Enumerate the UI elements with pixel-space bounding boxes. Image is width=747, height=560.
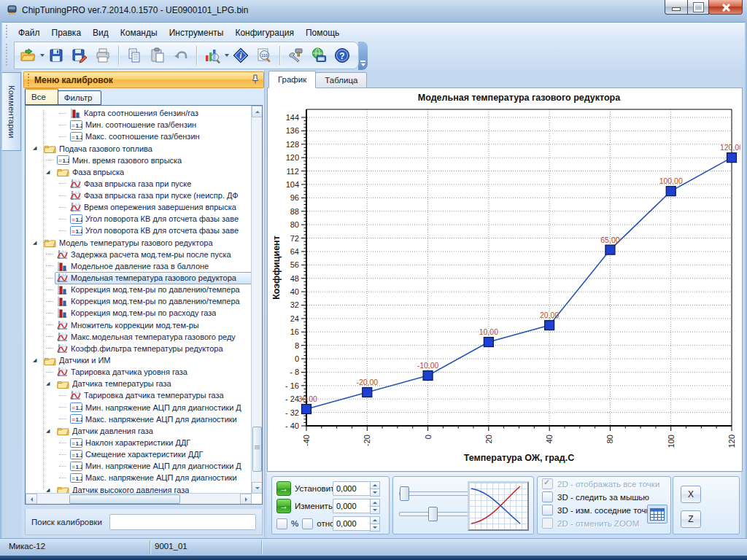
tab-filter[interactable]: Фильтр <box>58 90 102 105</box>
tree-item-32[interactable]: ◢Датчик высокого давления газа <box>26 484 252 494</box>
set-to-spinner[interactable] <box>370 481 380 496</box>
tree-expand-icon[interactable]: ◢ <box>33 240 40 246</box>
tree-item-13[interactable]: Модельное давление газа в баллоне <box>26 260 252 272</box>
tree-item-20[interactable]: Коэфф.фильтра температуры редуктора <box>26 343 252 354</box>
relative-spinner[interactable] <box>370 516 380 531</box>
tree-horizontal-scrollbar[interactable] <box>26 493 252 504</box>
menu-item-6[interactable]: Помощь <box>300 26 345 40</box>
apply-set-button[interactable]: → <box>276 481 291 496</box>
comments-side-tab[interactable]: Комментарии <box>2 72 21 151</box>
tree-item-10[interactable]: =1.2Угол поворота КВ для отсчета фазы за… <box>26 225 252 236</box>
tree-item-30[interactable]: =1.2Мин. напряжение АЦП для диагностики … <box>26 460 252 472</box>
toolbar-grip[interactable] <box>5 44 9 67</box>
option-checkbox-2[interactable] <box>542 505 553 516</box>
tree-item-2[interactable]: =1.2Макс. соотношение газ/бензин <box>26 131 252 142</box>
tree-item-24[interactable]: Тарировка датчика температуры газа <box>26 389 252 401</box>
toolbar-button-save-file-as[interactable] <box>69 44 90 66</box>
relative-checkbox[interactable] <box>302 518 313 529</box>
option-checkbox-1[interactable] <box>542 491 553 502</box>
toolbar-button-info[interactable]: i <box>230 44 252 66</box>
tree-item-19[interactable]: Макс.модельная температура газового реду <box>26 331 252 343</box>
tree-expand-icon[interactable]: ◢ <box>46 381 53 386</box>
toolbar-button-tools[interactable] <box>285 44 306 66</box>
change-by-input[interactable] <box>333 499 370 513</box>
tree-item-5[interactable]: ◢Фаза впрыска <box>26 166 252 178</box>
minimize-button[interactable] <box>665 0 688 15</box>
menu-item-5[interactable]: Конфигурация <box>229 26 300 40</box>
menu-item-0[interactable]: Файл <box>12 26 46 40</box>
menubar-grip[interactable] <box>5 25 9 39</box>
tree-item-17[interactable]: Коррекция мод.тем-ры по расходу газа <box>26 307 252 319</box>
z-axis-button[interactable]: Z <box>681 510 701 528</box>
tree-expand-icon[interactable]: ◢ <box>46 487 53 493</box>
toolbar-button-copy[interactable] <box>123 44 145 66</box>
tree-expand-icon[interactable]: ◢ <box>46 169 53 175</box>
horizontal-slider-1[interactable] <box>399 486 472 500</box>
percent-checkbox[interactable] <box>276 518 287 529</box>
toolbar-button-chart-view[interactable] <box>201 44 223 66</box>
calibration-search-input[interactable] <box>109 514 256 530</box>
tree-item-23[interactable]: ◢Датчика температуры газа <box>26 378 252 389</box>
tree-item-16[interactable]: Коррекция мод.тем-ры по давлению/темпера <box>26 295 252 307</box>
tree-item-22[interactable]: Тарировка датчика уровня газа <box>26 366 252 378</box>
tree-item-28[interactable]: =1.2Наклон характеристики ДДГ <box>26 437 252 448</box>
slider-1-thumb[interactable] <box>400 486 409 501</box>
horizontal-scroll-thumb[interactable] <box>69 494 180 504</box>
model-temperature-chart[interactable]: - 40- 32- 24- 16- 8081624324048566472808… <box>271 89 740 469</box>
vertical-scroll-thumb[interactable] <box>252 427 262 472</box>
tree-expand-icon[interactable]: ◢ <box>33 145 40 151</box>
table-grid-icon[interactable] <box>647 505 667 524</box>
tree-item-18[interactable]: Множитель коррекции мод.тем-ры <box>26 319 252 331</box>
toolbar-button-zoom-110[interactable]: 110 <box>253 44 275 66</box>
relative-input[interactable] <box>333 516 370 531</box>
tree-item-21[interactable]: ◢Датчики и ИМ <box>26 354 252 366</box>
tree-item-4[interactable]: =1.2Мин. время газового впрыска <box>26 155 252 166</box>
tree-item-1[interactable]: =1.2Мин. соотношение газ/бензин <box>26 119 252 131</box>
dropdown-arrow-icon[interactable] <box>225 54 229 57</box>
menu-item-3[interactable]: Команды <box>115 26 163 40</box>
tab-all[interactable]: Все <box>25 88 58 105</box>
tree-item-27[interactable]: ◢Датчик давления газа <box>26 425 252 437</box>
tree-item-25[interactable]: =1.2Мин. напряжение АЦП для диагностики … <box>26 402 252 413</box>
tree-item-6[interactable]: Фаза впрыска газа при пуске <box>26 178 252 190</box>
option-checkbox-3[interactable] <box>542 518 553 529</box>
tree-item-29[interactable]: =1.2Смещение характеристики ДДГ <box>26 448 252 460</box>
tree-item-26[interactable]: =1.2Макс. напряжение АЦП для диагностики <box>26 413 252 425</box>
toolbar-button-undo[interactable] <box>170 44 192 66</box>
toolbar-button-print[interactable] <box>92 44 114 66</box>
tree-item-12[interactable]: Задержка расчета мод.тем-ры после пуска <box>26 249 252 260</box>
scroll-down-button[interactable] <box>252 482 263 494</box>
tree-item-7[interactable]: Фаза впрыска газа при пуске (неиспр. ДФ <box>26 190 252 201</box>
pin-icon[interactable] <box>252 74 259 87</box>
menu-item-4[interactable]: Инструменты <box>163 26 230 40</box>
dropdown-arrow-icon[interactable] <box>40 54 44 57</box>
curve-preview-button[interactable] <box>468 481 529 531</box>
tab-graph[interactable]: График <box>268 71 316 88</box>
toolbar-button-web-update[interactable] <box>308 44 330 66</box>
tree-item-8[interactable]: Время опережения завершения впрыска <box>26 201 252 213</box>
tab-table[interactable]: Таблица <box>315 72 367 88</box>
menu-item-2[interactable]: Вид <box>87 26 115 40</box>
option-checkbox-0[interactable] <box>542 478 553 489</box>
tree-item-9[interactable]: =1.2Угол поворота КВ для отсчета фазы за… <box>26 213 252 225</box>
change-by-spinner[interactable] <box>370 499 380 513</box>
horizontal-slider-2[interactable] <box>399 506 472 521</box>
scroll-right-button[interactable] <box>240 494 252 505</box>
tree-item-14[interactable]: Модельная температура газового редуктора <box>26 272 252 284</box>
toolbar-overflow-button[interactable] <box>358 42 368 70</box>
set-to-input[interactable] <box>333 481 370 496</box>
tree-expand-icon[interactable]: ◢ <box>33 357 40 363</box>
toolbar-button-paste[interactable] <box>147 44 169 66</box>
tree-item-31[interactable]: =1.2Макс. напряжение АЦП для диагностики <box>26 472 252 483</box>
tree-expand-icon[interactable]: ◢ <box>46 428 53 434</box>
sidebar-header-grip[interactable] <box>27 74 31 86</box>
close-button[interactable] <box>708 0 743 15</box>
scroll-left-button[interactable] <box>26 494 37 505</box>
tree-item-3[interactable]: ◢Подача газового топлива <box>26 142 252 154</box>
apply-change-button[interactable]: → <box>276 499 291 513</box>
toolbar-button-open-file[interactable] <box>17 44 39 66</box>
toolbar-button-save-file[interactable] <box>45 44 67 66</box>
toolbar-button-help[interactable]: ? <box>331 44 353 66</box>
tree-item-11[interactable]: ◢Модель температуры газового редуктора <box>26 237 252 249</box>
slider-2-thumb[interactable] <box>428 507 438 521</box>
